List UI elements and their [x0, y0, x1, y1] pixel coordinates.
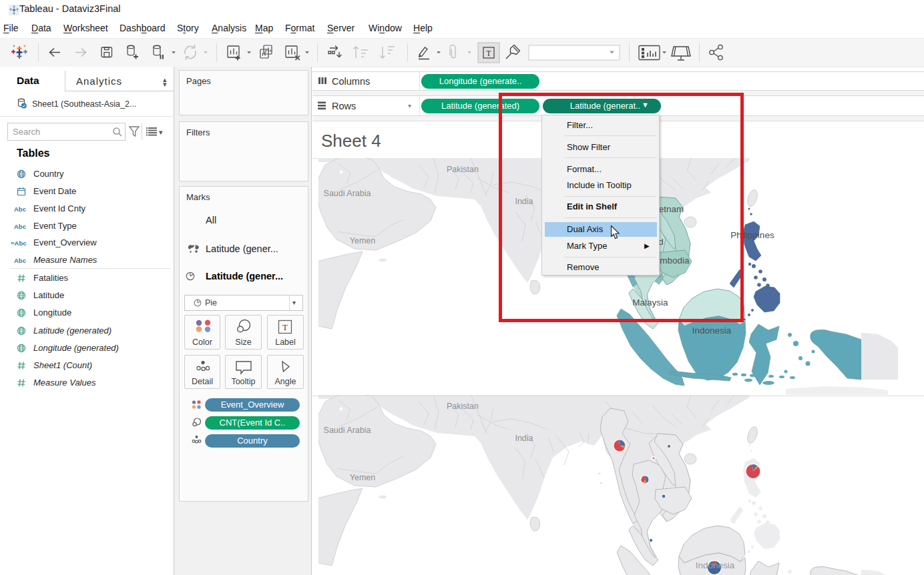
svg-text:India: India	[515, 434, 533, 443]
svg-text:Indonesia: Indonesia	[692, 326, 732, 336]
svg-text:Indonesia: Indonesia	[696, 560, 735, 570]
svg-text:Pakistan: Pakistan	[447, 165, 479, 174]
svg-text:T: T	[282, 322, 288, 332]
svg-text:Pakistan: Pakistan	[447, 402, 479, 411]
svg-text:T: T	[486, 49, 491, 58]
svg-text:Yemen: Yemen	[350, 473, 376, 482]
svg-text:Saudi Arabia: Saudi Arabia	[324, 426, 371, 435]
svg-text:Yemen: Yemen	[350, 236, 376, 245]
svg-text:Saudi Arabia: Saudi Arabia	[324, 189, 371, 198]
